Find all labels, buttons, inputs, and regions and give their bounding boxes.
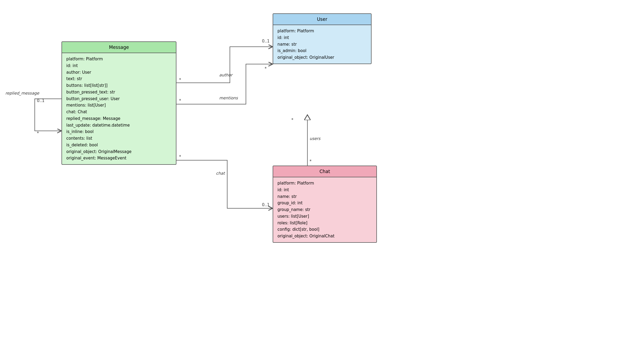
chat-class-body: platform: Platform id: int name: str gro… xyxy=(273,177,376,242)
message-field-6: button_pressed_text: str xyxy=(66,89,172,96)
message-class-header: Message xyxy=(62,42,176,53)
message-field-13: contents: list xyxy=(66,135,172,142)
message-field-1: platform: Platform xyxy=(66,56,172,62)
chat-field-7: roles: list[Role] xyxy=(277,220,372,226)
mentions-from-mult: * xyxy=(179,98,181,103)
user-field-4: is_admin: bool xyxy=(277,48,367,54)
chat-class-header: Chat xyxy=(273,166,376,177)
chat-to-mult: 0..1 xyxy=(262,202,270,207)
user-class-header: User xyxy=(273,14,371,25)
message-field-9: chat: Chat xyxy=(66,109,172,115)
message-field-4: text: str xyxy=(66,76,172,82)
author-label: author xyxy=(219,73,232,77)
user-field-5: original_object: OriginalUser xyxy=(277,54,367,61)
message-field-5: buttons: list[list[str]] xyxy=(66,82,172,89)
user-class-body: platform: Platform id: int name: str is_… xyxy=(273,25,371,64)
chat-from-mult: * xyxy=(179,154,181,159)
chat-field-9: original_object: OriginalChat xyxy=(277,233,372,240)
chat-field-3: name: str xyxy=(277,193,372,200)
author-to-mult: 0..1 xyxy=(262,39,270,44)
user-field-3: name: str xyxy=(277,41,367,48)
users-to-mult: * xyxy=(291,118,293,122)
mentions-label: mentions xyxy=(219,96,238,100)
mentions-to-mult: * xyxy=(265,66,267,71)
user-class-box: User platform: Platform id: int name: st… xyxy=(273,13,372,64)
user-field-1: platform: Platform xyxy=(277,28,367,34)
users-from-mult: * xyxy=(310,159,312,164)
replied-message-label: replied_message xyxy=(5,91,39,96)
message-field-11: last_update: datetime.datetime xyxy=(66,122,172,129)
message-field-8: mentions: list[User] xyxy=(66,102,172,109)
replied-message-to-mult: 0..1 xyxy=(37,98,45,103)
message-class-box: Message platform: Platform id: int autho… xyxy=(61,41,176,165)
author-from-mult: * xyxy=(179,77,181,82)
message-field-12: is_inline: bool xyxy=(66,128,172,135)
message-field-15: original_object: OriginalMessage xyxy=(66,148,172,155)
message-field-14: is_deleted: bool xyxy=(66,142,172,148)
message-field-10: replied_message: Message xyxy=(66,115,172,122)
users-label: users xyxy=(310,136,320,141)
chat-field-4: group_id: int xyxy=(277,200,372,206)
chat-class-box: Chat platform: Platform id: int name: st… xyxy=(273,166,377,243)
chat-field-8: config: dict[str, bool] xyxy=(277,226,372,233)
message-field-7: button_pressed_user: User xyxy=(66,96,172,102)
chat-label: chat xyxy=(216,171,225,176)
user-field-2: id: int xyxy=(277,34,367,41)
chat-field-6: users: list[User] xyxy=(277,213,372,220)
replied-message-from-mult: * xyxy=(37,131,39,136)
message-field-2: id: int xyxy=(66,62,172,69)
chat-field-1: platform: Platform xyxy=(277,180,372,187)
message-field-3: author: User xyxy=(66,69,172,76)
message-class-body: platform: Platform id: int author: User … xyxy=(62,53,176,164)
diagram-container: Message platform: Platform id: int autho… xyxy=(0,0,618,364)
chat-field-5: group_name: str xyxy=(277,206,372,213)
message-field-16: original_event: MessageEvent xyxy=(66,155,172,162)
chat-field-2: id: int xyxy=(277,187,372,193)
